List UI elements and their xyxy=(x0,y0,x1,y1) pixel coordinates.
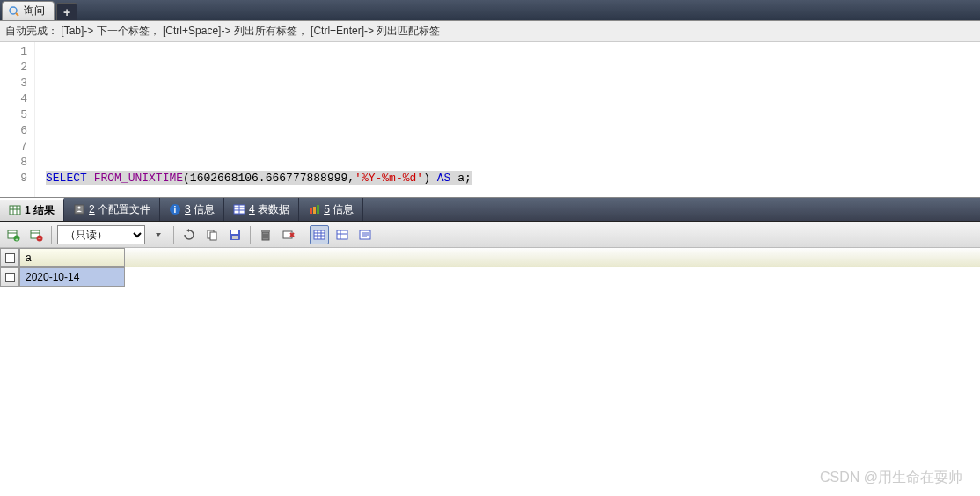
text-view-button[interactable] xyxy=(355,225,375,244)
separator xyxy=(304,226,304,244)
svg-rect-29 xyxy=(232,236,238,239)
row-selector[interactable] xyxy=(0,267,19,287)
svg-rect-2 xyxy=(10,206,20,215)
separator xyxy=(51,226,52,244)
svg-point-0 xyxy=(10,7,17,14)
grid-header-row: a xyxy=(0,248,980,267)
column-header[interactable]: a xyxy=(19,248,125,267)
form-view-button[interactable] xyxy=(333,225,352,244)
cell-value[interactable]: 2020-10-14 xyxy=(19,267,125,287)
row-checkbox[interactable] xyxy=(5,273,15,282)
svg-rect-14 xyxy=(310,208,312,214)
svg-rect-15 xyxy=(313,207,316,214)
line-number: 3 xyxy=(0,76,27,91)
line-number: 7 xyxy=(0,139,27,155)
line-number: 1 xyxy=(0,44,27,60)
line-number: 4 xyxy=(0,91,27,107)
result-grid: a 2020-10-14 xyxy=(0,248,980,287)
select-all-checkbox[interactable] xyxy=(5,253,15,263)
save-button[interactable] xyxy=(225,225,245,244)
tab-tabledata[interactable]: 4 表数据 xyxy=(224,198,299,221)
svg-text:+: + xyxy=(15,236,18,241)
tab-title: 询问 xyxy=(24,4,45,18)
result-toolbar: + − （只读） xyxy=(0,222,980,248)
line-number: 9 xyxy=(0,171,27,186)
code-area[interactable]: SELECT FROM_UNIXTIME(1602668106.66677788… xyxy=(35,42,472,197)
svg-rect-26 xyxy=(210,232,216,240)
separator xyxy=(250,226,251,244)
query-tab[interactable]: 询问 xyxy=(2,1,55,20)
history-icon xyxy=(308,203,320,215)
profile-icon xyxy=(73,203,85,215)
separator xyxy=(173,226,174,244)
result-tab-bar: 1 结果 2 个配置文件 i 3 信息 4 表数据 5 信息 xyxy=(0,197,980,222)
tab-info[interactable]: i 3 信息 xyxy=(160,198,224,221)
dropdown-icon[interactable] xyxy=(149,225,168,244)
line-gutter: 1 2 3 4 5 6 7 8 9 xyxy=(0,42,35,197)
svg-point-7 xyxy=(78,207,81,209)
grid-view-button[interactable] xyxy=(310,225,329,244)
delete-button[interactable] xyxy=(256,225,275,244)
grid-icon xyxy=(233,203,245,215)
autocomplete-hint: 自动完成： [Tab]-> 下一个标签， [Ctrl+Space]-> 列出所有… xyxy=(0,21,980,42)
grid-data-row[interactable]: 2020-10-14 xyxy=(0,267,980,287)
sql-number: 1602668106.666777888999 xyxy=(190,171,347,185)
new-tab-button[interactable]: + xyxy=(56,3,77,20)
grid-corner[interactable] xyxy=(0,248,19,267)
svg-rect-16 xyxy=(317,205,319,214)
svg-text:−: − xyxy=(38,236,41,241)
line-number: 6 xyxy=(0,123,27,139)
svg-line-1 xyxy=(16,13,18,16)
watermark: CSDN @用生命在耍帅 xyxy=(820,469,962,487)
cancel-button[interactable] xyxy=(279,225,298,244)
info-icon: i xyxy=(169,203,181,215)
svg-rect-43 xyxy=(337,230,347,239)
remove-row-button[interactable]: − xyxy=(26,225,46,244)
sql-string: '%Y-%m-%d' xyxy=(355,171,423,185)
sql-keyword: SELECT xyxy=(46,171,87,185)
svg-text:i: i xyxy=(174,205,177,215)
tab-info2[interactable]: 5 信息 xyxy=(299,198,363,221)
svg-rect-31 xyxy=(261,230,270,232)
svg-rect-28 xyxy=(231,230,238,234)
refresh-button[interactable] xyxy=(179,225,199,244)
query-icon xyxy=(8,5,20,18)
sql-keyword: AS xyxy=(437,171,451,185)
add-row-button[interactable]: + xyxy=(4,225,23,244)
tab-profiles[interactable]: 2 个配置文件 xyxy=(64,198,160,221)
sql-identifier: a xyxy=(457,171,464,185)
svg-rect-35 xyxy=(283,231,292,238)
edit-mode-select[interactable]: （只读） xyxy=(57,225,145,244)
line-number: 8 xyxy=(0,155,27,171)
svg-rect-38 xyxy=(314,230,325,239)
tab-result[interactable]: 1 结果 xyxy=(0,198,64,221)
line-number: 5 xyxy=(0,107,27,123)
tab-bar: 询问 + xyxy=(0,0,980,21)
table-icon xyxy=(9,204,21,216)
line-number: 2 xyxy=(0,60,27,76)
sql-editor[interactable]: 1 2 3 4 5 6 7 8 9 SELECT FROM_UNIXTIME(1… xyxy=(0,42,980,197)
copy-button[interactable] xyxy=(202,225,222,244)
sql-function: FROM_UNIXTIME xyxy=(94,171,183,185)
